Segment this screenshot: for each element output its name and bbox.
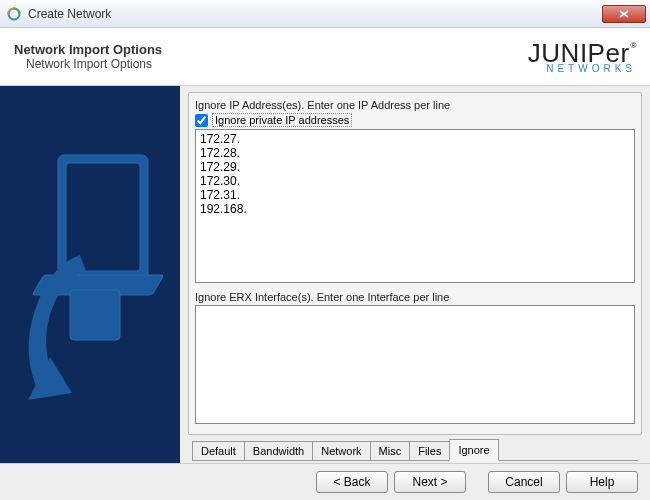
erx-interface-textarea[interactable] [195,305,635,424]
wizard-body: Ignore IP Address(es). Enter one IP Addr… [0,86,650,464]
header-text: Network Import Options Network Import Op… [14,42,162,71]
juniper-logo: JUNIPer® NETWORKS [528,40,636,74]
tab-bandwidth[interactable]: Bandwidth [244,441,313,461]
tab-default[interactable]: Default [192,441,245,461]
window-title: Create Network [28,7,602,21]
ip-address-label: Ignore IP Address(es). Enter one IP Addr… [195,99,635,111]
close-icon [619,10,629,18]
close-button[interactable] [602,5,646,23]
page-subtitle: Network Import Options [14,57,162,71]
erx-list-wrap [195,305,635,424]
back-button[interactable]: < Back [316,471,388,493]
svg-rect-4 [70,290,120,340]
titlebar: Create Network [0,0,650,28]
ignore-private-label: Ignore private IP addresses [212,113,352,127]
next-button[interactable]: Next > [394,471,466,493]
wizard-footer: < Back Next > Cancel Help [0,464,650,500]
app-icon [6,6,22,22]
cancel-button[interactable]: Cancel [488,471,560,493]
ignore-panel: Ignore IP Address(es). Enter one IP Addr… [188,92,642,435]
tab-files[interactable]: Files [409,441,450,461]
tab-misc[interactable]: Misc [370,441,411,461]
erx-interface-label: Ignore ERX Interface(s). Enter one Inter… [195,291,635,303]
computer-arrow-icon [10,125,170,425]
help-button[interactable]: Help [566,471,638,493]
ignore-private-row: Ignore private IP addresses [195,113,635,127]
ip-address-textarea[interactable] [195,129,635,283]
svg-rect-2 [66,163,140,271]
main-panel: Ignore IP Address(es). Enter one IP Addr… [180,86,650,463]
ignore-private-checkbox[interactable] [195,114,208,127]
tab-ignore[interactable]: Ignore [449,439,498,461]
tab-bar: Default Bandwidth Network Misc Files Ign… [188,439,642,461]
tabs-spacer [498,441,638,461]
page-title: Network Import Options [14,42,162,57]
logo-main: JUNIPer® [528,40,636,66]
tab-network[interactable]: Network [312,441,370,461]
wizard-header: Network Import Options Network Import Op… [0,28,650,86]
ip-list-wrap [195,129,635,283]
wizard-sidebar-graphic [0,86,180,463]
